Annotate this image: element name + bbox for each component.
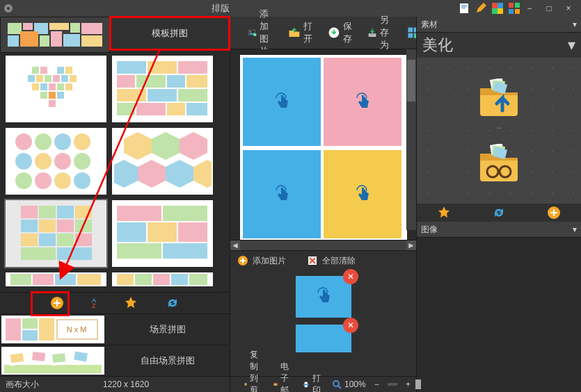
svg-rect-109 — [6, 318, 21, 341]
svg-point-66 — [74, 153, 90, 170]
svg-rect-58 — [186, 103, 207, 115]
svg-rect-57 — [167, 103, 185, 115]
svg-rect-119 — [32, 352, 45, 361]
grid-icon[interactable] — [509, 3, 520, 14]
print-button[interactable]: 打印 — [303, 373, 324, 392]
svg-rect-91 — [57, 247, 92, 260]
tab-template-preview[interactable] — [0, 17, 110, 53]
svg-rect-111 — [22, 330, 38, 341]
cell-4[interactable] — [324, 150, 401, 238]
svg-rect-12 — [509, 9, 514, 14]
template-brick[interactable] — [112, 56, 213, 122]
refresh-icon[interactable] — [166, 296, 180, 310]
svg-rect-141 — [245, 383, 246, 384]
pencil-icon[interactable] — [475, 3, 486, 14]
zoom-icon — [332, 379, 342, 389]
svg-rect-112 — [39, 318, 54, 341]
scroll-left-icon[interactable]: ◄ — [230, 240, 240, 250]
panel-scene-collage[interactable]: N x M 场景拼图 — [0, 313, 230, 345]
minimize-button[interactable]: − — [520, 1, 539, 15]
template-hex[interactable] — [112, 128, 213, 195]
svg-rect-23 — [51, 31, 62, 47]
svg-marker-72 — [152, 132, 180, 160]
svg-rect-99 — [10, 274, 31, 285]
free-label: 自由场景拼图 — [106, 345, 230, 376]
svg-rect-17 — [49, 23, 69, 30]
add-material-icon[interactable] — [547, 206, 561, 220]
star-icon[interactable] — [124, 296, 138, 310]
save-button[interactable]: 保存 — [325, 19, 359, 47]
delete-item-icon[interactable]: ✕ — [343, 318, 358, 333]
template-controls: AZ — [0, 292, 230, 313]
save-as-icon — [367, 24, 377, 41]
zoom-in-button[interactable]: + — [406, 379, 411, 389]
folder-view[interactable] — [475, 144, 523, 183]
email-button[interactable]: 电子邮件 — [273, 361, 294, 392]
save-as-button[interactable]: 另存为 — [365, 13, 399, 53]
right-panel: 素材 ▾ 美化 ▾ .. 图像 — [416, 17, 581, 392]
print-label: 打印 — [312, 373, 324, 392]
open-label: 打开 — [303, 20, 317, 45]
svg-rect-143 — [273, 383, 277, 384]
image-header[interactable]: 图像 ▾ — [417, 222, 581, 238]
sort-az-icon[interactable]: AZ — [92, 297, 96, 309]
cell-2[interactable] — [324, 58, 401, 146]
svg-rect-49 — [136, 75, 166, 88]
open-icon — [288, 24, 301, 41]
collage-canvas[interactable] — [240, 55, 407, 240]
folder-up[interactable] — [475, 79, 523, 117]
scroll-right-icon[interactable]: ► — [406, 240, 416, 250]
scene-thumb: N x M — [1, 316, 104, 343]
copy-clipboard-button[interactable]: 复制到剪切板 — [244, 349, 265, 392]
copy-label: 复制到剪切板 — [250, 349, 265, 392]
close-button[interactable]: × — [559, 1, 578, 15]
beautify-header[interactable]: 美化 ▾ — [417, 33, 581, 58]
zoom-out-button[interactable]: − — [374, 379, 379, 389]
canvas-hscroll[interactable]: ◄ ► — [230, 240, 416, 250]
palette-icon[interactable] — [492, 3, 503, 14]
svg-rect-36 — [32, 83, 39, 90]
maximize-button[interactable]: □ — [539, 1, 559, 15]
image-section — [417, 238, 581, 392]
clipboard-icon — [244, 379, 247, 389]
svg-rect-121 — [52, 353, 65, 363]
zoom-value: 100% — [344, 379, 366, 389]
svg-rect-104 — [135, 274, 152, 285]
add-template-icon[interactable] — [50, 296, 64, 310]
cell-1[interactable] — [243, 58, 321, 146]
zoom-slider[interactable] — [388, 383, 397, 386]
template-wide[interactable] — [112, 200, 213, 267]
svg-point-70 — [74, 172, 90, 189]
svg-rect-96 — [178, 222, 207, 242]
svg-rect-48 — [117, 75, 135, 88]
cell-3[interactable] — [243, 150, 321, 238]
doc-icon[interactable] — [459, 3, 470, 14]
delete-item-icon[interactable]: ✕ — [343, 269, 358, 284]
svg-rect-103 — [117, 274, 134, 285]
template-grid-selected[interactable] — [6, 200, 106, 267]
svg-rect-13 — [515, 9, 520, 14]
svg-rect-3 — [461, 5, 467, 6]
svg-rect-129 — [369, 34, 375, 35]
template-circles[interactable] — [6, 128, 106, 195]
panel-free-scene[interactable]: 自由场景拼图 — [0, 345, 230, 376]
canvas-vscroll[interactable] — [406, 49, 416, 230]
material-header[interactable]: 素材 ▾ — [417, 17, 581, 33]
svg-rect-53 — [148, 89, 177, 101]
tab-template-collage[interactable]: 模板拼图 — [110, 17, 230, 50]
svg-rect-34 — [61, 75, 68, 82]
svg-marker-73 — [180, 132, 207, 160]
clear-all-action[interactable]: 全部清除 — [307, 255, 356, 267]
added-image-1[interactable]: ✕ — [296, 276, 351, 318]
star-icon[interactable] — [437, 206, 451, 220]
svg-rect-6 — [492, 3, 498, 8]
add-image-action[interactable]: 添加图片 — [237, 255, 286, 267]
zoom-display[interactable]: 100% — [332, 379, 366, 389]
template-heart[interactable] — [6, 56, 106, 122]
template-cut1[interactable] — [6, 272, 106, 286]
open-button[interactable]: 打开 — [285, 19, 319, 47]
svg-rect-29 — [65, 67, 72, 74]
template-cut2[interactable] — [112, 272, 213, 286]
refresh-icon[interactable] — [492, 206, 506, 220]
added-image-2[interactable]: ✕ — [296, 325, 351, 352]
